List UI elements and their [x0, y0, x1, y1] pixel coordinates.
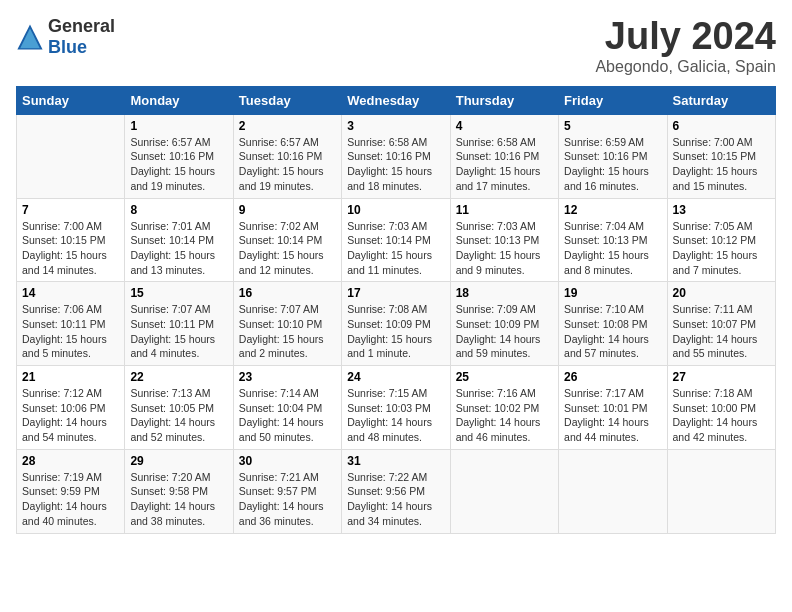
day-info: Sunrise: 7:14 AM Sunset: 10:04 PM Daylig…: [239, 386, 336, 445]
calendar-cell: [17, 114, 125, 198]
calendar-cell: 6Sunrise: 7:00 AM Sunset: 10:15 PM Dayli…: [667, 114, 775, 198]
calendar-cell: 11Sunrise: 7:03 AM Sunset: 10:13 PM Dayl…: [450, 198, 558, 282]
day-info: Sunrise: 7:13 AM Sunset: 10:05 PM Daylig…: [130, 386, 227, 445]
header-saturday: Saturday: [667, 86, 775, 114]
day-number: 1: [130, 119, 227, 133]
day-info: Sunrise: 7:07 AM Sunset: 10:11 PM Daylig…: [130, 302, 227, 361]
calendar-cell: 8Sunrise: 7:01 AM Sunset: 10:14 PM Dayli…: [125, 198, 233, 282]
day-number: 19: [564, 286, 661, 300]
calendar-cell: 30Sunrise: 7:21 AM Sunset: 9:57 PM Dayli…: [233, 449, 341, 533]
calendar-cell: 13Sunrise: 7:05 AM Sunset: 10:12 PM Dayl…: [667, 198, 775, 282]
calendar-cell: 2Sunrise: 6:57 AM Sunset: 10:16 PM Dayli…: [233, 114, 341, 198]
day-info: Sunrise: 7:15 AM Sunset: 10:03 PM Daylig…: [347, 386, 444, 445]
day-info: Sunrise: 7:04 AM Sunset: 10:13 PM Daylig…: [564, 219, 661, 278]
calendar-cell: [667, 449, 775, 533]
day-number: 2: [239, 119, 336, 133]
day-info: Sunrise: 7:20 AM Sunset: 9:58 PM Dayligh…: [130, 470, 227, 529]
day-info: Sunrise: 6:59 AM Sunset: 10:16 PM Daylig…: [564, 135, 661, 194]
calendar-cell: 25Sunrise: 7:16 AM Sunset: 10:02 PM Dayl…: [450, 366, 558, 450]
calendar-header: SundayMondayTuesdayWednesdayThursdayFrid…: [17, 86, 776, 114]
calendar-cell: 16Sunrise: 7:07 AM Sunset: 10:10 PM Dayl…: [233, 282, 341, 366]
logo-general: General: [48, 16, 115, 36]
day-info: Sunrise: 7:00 AM Sunset: 10:15 PM Daylig…: [22, 219, 119, 278]
title-area: July 2024 Abegondo, Galicia, Spain: [595, 16, 776, 76]
calendar-cell: 22Sunrise: 7:13 AM Sunset: 10:05 PM Dayl…: [125, 366, 233, 450]
calendar-cell: 24Sunrise: 7:15 AM Sunset: 10:03 PM Dayl…: [342, 366, 450, 450]
calendar-cell: 31Sunrise: 7:22 AM Sunset: 9:56 PM Dayli…: [342, 449, 450, 533]
day-info: Sunrise: 7:22 AM Sunset: 9:56 PM Dayligh…: [347, 470, 444, 529]
day-info: Sunrise: 7:06 AM Sunset: 10:11 PM Daylig…: [22, 302, 119, 361]
day-number: 14: [22, 286, 119, 300]
day-number: 22: [130, 370, 227, 384]
calendar-cell: 17Sunrise: 7:08 AM Sunset: 10:09 PM Dayl…: [342, 282, 450, 366]
day-number: 28: [22, 454, 119, 468]
calendar-table: SundayMondayTuesdayWednesdayThursdayFrid…: [16, 86, 776, 534]
calendar-cell: 12Sunrise: 7:04 AM Sunset: 10:13 PM Dayl…: [559, 198, 667, 282]
calendar-cell: 5Sunrise: 6:59 AM Sunset: 10:16 PM Dayli…: [559, 114, 667, 198]
day-number: 26: [564, 370, 661, 384]
day-info: Sunrise: 7:10 AM Sunset: 10:08 PM Daylig…: [564, 302, 661, 361]
day-number: 20: [673, 286, 770, 300]
day-info: Sunrise: 7:05 AM Sunset: 10:12 PM Daylig…: [673, 219, 770, 278]
day-info: Sunrise: 7:18 AM Sunset: 10:00 PM Daylig…: [673, 386, 770, 445]
calendar-cell: 10Sunrise: 7:03 AM Sunset: 10:14 PM Dayl…: [342, 198, 450, 282]
day-number: 6: [673, 119, 770, 133]
day-number: 31: [347, 454, 444, 468]
header-monday: Monday: [125, 86, 233, 114]
calendar-week-row: 14Sunrise: 7:06 AM Sunset: 10:11 PM Dayl…: [17, 282, 776, 366]
logo-blue: Blue: [48, 37, 87, 57]
calendar-week-row: 1Sunrise: 6:57 AM Sunset: 10:16 PM Dayli…: [17, 114, 776, 198]
day-number: 27: [673, 370, 770, 384]
calendar-cell: 15Sunrise: 7:07 AM Sunset: 10:11 PM Dayl…: [125, 282, 233, 366]
day-number: 4: [456, 119, 553, 133]
logo: General Blue: [16, 16, 115, 58]
day-info: Sunrise: 7:09 AM Sunset: 10:09 PM Daylig…: [456, 302, 553, 361]
day-number: 24: [347, 370, 444, 384]
calendar-cell: 7Sunrise: 7:00 AM Sunset: 10:15 PM Dayli…: [17, 198, 125, 282]
calendar-cell: [450, 449, 558, 533]
calendar-cell: 20Sunrise: 7:11 AM Sunset: 10:07 PM Dayl…: [667, 282, 775, 366]
day-info: Sunrise: 6:58 AM Sunset: 10:16 PM Daylig…: [347, 135, 444, 194]
day-info: Sunrise: 7:07 AM Sunset: 10:10 PM Daylig…: [239, 302, 336, 361]
day-number: 18: [456, 286, 553, 300]
day-info: Sunrise: 6:57 AM Sunset: 10:16 PM Daylig…: [239, 135, 336, 194]
day-number: 30: [239, 454, 336, 468]
calendar-cell: 19Sunrise: 7:10 AM Sunset: 10:08 PM Dayl…: [559, 282, 667, 366]
calendar-cell: 18Sunrise: 7:09 AM Sunset: 10:09 PM Dayl…: [450, 282, 558, 366]
day-number: 8: [130, 203, 227, 217]
header-sunday: Sunday: [17, 86, 125, 114]
day-number: 23: [239, 370, 336, 384]
calendar-subtitle: Abegondo, Galicia, Spain: [595, 58, 776, 76]
calendar-body: 1Sunrise: 6:57 AM Sunset: 10:16 PM Dayli…: [17, 114, 776, 533]
day-info: Sunrise: 7:17 AM Sunset: 10:01 PM Daylig…: [564, 386, 661, 445]
calendar-cell: 21Sunrise: 7:12 AM Sunset: 10:06 PM Dayl…: [17, 366, 125, 450]
day-number: 12: [564, 203, 661, 217]
header-wednesday: Wednesday: [342, 86, 450, 114]
day-number: 11: [456, 203, 553, 217]
day-number: 5: [564, 119, 661, 133]
calendar-cell: 28Sunrise: 7:19 AM Sunset: 9:59 PM Dayli…: [17, 449, 125, 533]
day-number: 7: [22, 203, 119, 217]
calendar-cell: 9Sunrise: 7:02 AM Sunset: 10:14 PM Dayli…: [233, 198, 341, 282]
header-tuesday: Tuesday: [233, 86, 341, 114]
day-number: 15: [130, 286, 227, 300]
day-info: Sunrise: 7:02 AM Sunset: 10:14 PM Daylig…: [239, 219, 336, 278]
header-thursday: Thursday: [450, 86, 558, 114]
day-number: 17: [347, 286, 444, 300]
day-info: Sunrise: 7:21 AM Sunset: 9:57 PM Dayligh…: [239, 470, 336, 529]
day-info: Sunrise: 7:08 AM Sunset: 10:09 PM Daylig…: [347, 302, 444, 361]
day-info: Sunrise: 7:01 AM Sunset: 10:14 PM Daylig…: [130, 219, 227, 278]
day-number: 9: [239, 203, 336, 217]
calendar-week-row: 28Sunrise: 7:19 AM Sunset: 9:59 PM Dayli…: [17, 449, 776, 533]
day-info: Sunrise: 7:19 AM Sunset: 9:59 PM Dayligh…: [22, 470, 119, 529]
day-info: Sunrise: 7:12 AM Sunset: 10:06 PM Daylig…: [22, 386, 119, 445]
calendar-cell: 3Sunrise: 6:58 AM Sunset: 10:16 PM Dayli…: [342, 114, 450, 198]
day-number: 16: [239, 286, 336, 300]
calendar-cell: 27Sunrise: 7:18 AM Sunset: 10:00 PM Dayl…: [667, 366, 775, 450]
day-info: Sunrise: 6:58 AM Sunset: 10:16 PM Daylig…: [456, 135, 553, 194]
calendar-cell: 26Sunrise: 7:17 AM Sunset: 10:01 PM Dayl…: [559, 366, 667, 450]
calendar-week-row: 7Sunrise: 7:00 AM Sunset: 10:15 PM Dayli…: [17, 198, 776, 282]
day-number: 29: [130, 454, 227, 468]
calendar-week-row: 21Sunrise: 7:12 AM Sunset: 10:06 PM Dayl…: [17, 366, 776, 450]
general-blue-logo-icon: [16, 23, 44, 51]
